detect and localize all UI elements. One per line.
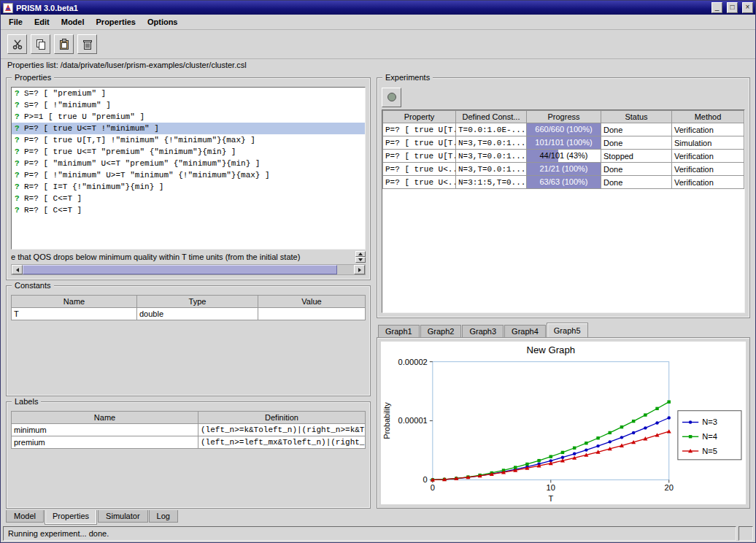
table-cell: minimum: [12, 424, 198, 436]
property-item[interactable]: ?R=? [ C<=T ]: [12, 204, 365, 216]
experiment-constants: N=3,T=0.0:1...: [456, 163, 527, 176]
left-column: Properties ?S=? [ "premium" ]?S=? [ !"mi…: [6, 77, 371, 509]
graph-tab-graph5[interactable]: Graph5: [547, 323, 588, 337]
labels-group-title: Labels: [12, 397, 41, 406]
status-corner: [738, 526, 753, 541]
table-cell: premium: [12, 436, 198, 449]
property-item[interactable]: ?P=? [ true U<=T "premium" {"minimum"}{m…: [12, 146, 365, 158]
spinner-up-button[interactable]: [355, 251, 366, 257]
property-item[interactable]: ?P>=1 [ true U "premium" ]: [12, 111, 365, 123]
comment-spinner: [355, 251, 366, 263]
line-chart: New Graph0102000.000010.00002TProbabilit…: [381, 342, 746, 504]
experiment-progress: 44/101 (43%): [527, 150, 601, 163]
main-tab-model[interactable]: Model: [6, 510, 44, 523]
svg-text:0.00002: 0.00002: [398, 358, 428, 366]
experiment-row[interactable]: P=? [ true U<...N=3:1:5,T=0...63/63 (100…: [383, 176, 744, 189]
svg-text:New Graph: New Graph: [527, 344, 576, 355]
property-item[interactable]: ?S=? [ !"minimum" ]: [12, 99, 365, 111]
copy-button[interactable]: [31, 34, 50, 54]
property-item[interactable]: ?P=? [ true U<=T !"minimum" ]: [12, 123, 365, 134]
experiment-row[interactable]: P=? [ true U[T...T=0.0:1.0E-...660/660 (…: [383, 123, 744, 136]
graph-panel: New Graph0102000.000010.00002TProbabilit…: [377, 337, 750, 509]
property-item[interactable]: ?P=? [ true U[T,T] !"minimum" {!"minimum…: [12, 134, 365, 146]
graph-tab-graph1[interactable]: Graph1: [378, 325, 420, 337]
column-header: Defined Const...: [456, 111, 527, 123]
main-toolbar: [1, 30, 755, 59]
menu-properties[interactable]: Properties: [90, 15, 142, 28]
experiment-constants: T=0.0:1.0E-...: [456, 123, 527, 136]
table-row[interactable]: Tdouble: [12, 308, 366, 320]
main-tab-log[interactable]: Log: [149, 510, 178, 523]
experiment-property: P=? [ true U[T...: [383, 123, 456, 136]
experiment-property: P=? [ true U[T...: [383, 136, 456, 150]
menu-bar: FileEditModelPropertiesOptions: [1, 15, 755, 30]
minimize-button[interactable]: _: [711, 2, 722, 13]
graph-tab-graph3[interactable]: Graph3: [462, 325, 504, 337]
menu-file[interactable]: File: [3, 15, 28, 28]
experiment-constants: N=3,T=0.0:1...: [456, 136, 527, 150]
menu-options[interactable]: Options: [142, 15, 184, 28]
table-row[interactable]: minimum(left_n>=k&Toleft_n)|(right_n>=k&…: [12, 424, 366, 436]
labels-groupbox: Labels NameDefinitionminimum(left_n>=k&T…: [6, 401, 371, 509]
menu-edit[interactable]: Edit: [28, 15, 55, 28]
table-cell: (left_n>=left_mx&Toleft_n)|(right_n>=r..…: [198, 436, 366, 449]
svg-text:0: 0: [431, 483, 435, 492]
properties-list: ?S=? [ "premium" ]?S=? [ !"minimum" ]?P>…: [11, 87, 366, 250]
table-cell: double: [137, 308, 258, 320]
experiments-group-title: Experiments: [382, 73, 433, 82]
table-row[interactable]: premium(left_n>=left_mx&Toleft_n)|(right…: [12, 436, 366, 449]
svg-text:T: T: [548, 494, 553, 503]
experiment-row[interactable]: P=? [ true U[T...N=3,T=0.0:1...101/101 (…: [383, 136, 744, 150]
question-mark-icon: ?: [15, 147, 20, 156]
svg-text:N=3: N=3: [702, 418, 717, 427]
property-text: R=? [ I=T {!"minimum"}{min} ]: [24, 182, 163, 191]
property-item[interactable]: ?P=? [ !"minimum" U>=T "minimum" {!"mini…: [12, 169, 365, 181]
property-text: R=? [ C<=T ]: [24, 206, 82, 215]
scrollbar-track[interactable]: [23, 265, 354, 274]
experiment-status: Done: [601, 176, 672, 189]
maximize-button[interactable]: □: [727, 2, 738, 13]
property-comment: e that QOS drops below minimum quality w…: [11, 251, 354, 263]
menu-model[interactable]: Model: [55, 15, 90, 28]
property-text: P>=1 [ true U "premium" ]: [24, 112, 144, 121]
properties-group-title: Properties: [12, 73, 54, 82]
triangle-right-icon: [358, 268, 361, 272]
cut-button[interactable]: [7, 34, 27, 54]
property-item[interactable]: ?P=? [ "minimum" U<=T "premium" {"minimu…: [12, 158, 365, 169]
main-tab-properties[interactable]: Properties: [45, 510, 97, 525]
spinner-down-button[interactable]: [355, 257, 366, 263]
stop-experiment-button[interactable]: [382, 88, 401, 107]
table-cell: (left_n>=k&Toleft_n)|(right_n>=k&Tori...: [198, 424, 366, 436]
experiment-row[interactable]: P=? [ true U[T...N=3,T=0.0:1...44/101 (4…: [383, 150, 744, 163]
main-tab-simulator[interactable]: Simulator: [98, 510, 147, 523]
scroll-right-button[interactable]: [354, 265, 365, 274]
close-button[interactable]: ×: [742, 2, 753, 13]
experiments-groupbox: Experiments PropertyDefined Const...Prog…: [377, 77, 750, 318]
question-mark-icon: ?: [15, 112, 20, 121]
experiment-row[interactable]: P=? [ true U<...N=3,T=0.0:1...21/21 (100…: [383, 163, 744, 176]
graph-tab-graph2[interactable]: Graph2: [420, 325, 462, 337]
delete-button[interactable]: [77, 34, 97, 54]
paste-icon: [58, 39, 70, 50]
properties-groupbox: Properties ?S=? [ "premium" ]?S=? [ !"mi…: [6, 77, 371, 280]
property-item[interactable]: ?S=? [ "premium" ]: [12, 88, 365, 99]
scroll-left-button[interactable]: [12, 265, 23, 274]
experiment-progress: 21/21 (100%): [527, 163, 601, 176]
property-item[interactable]: ?R=? [ I=T {!"minimum"}{min} ]: [12, 181, 365, 193]
property-item[interactable]: ?R=? [ C<=T ]: [12, 193, 365, 204]
question-mark-icon: ?: [15, 194, 20, 203]
experiment-status: Done: [601, 136, 672, 150]
title-bar[interactable]: PRISM 3.0.beta1 _ □ ×: [1, 1, 755, 15]
graph-tab-graph4[interactable]: Graph4: [504, 325, 546, 337]
column-header: Value: [258, 296, 366, 308]
experiment-property: P=? [ true U<...: [383, 176, 456, 189]
column-header: Status: [601, 111, 672, 123]
progress-text: 660/660 (100%): [527, 123, 601, 136]
experiment-property: P=? [ true U<...: [383, 163, 456, 176]
property-text: R=? [ C<=T ]: [24, 194, 82, 203]
paste-button[interactable]: [54, 34, 74, 54]
experiment-status: Done: [601, 123, 672, 136]
property-comment-row: e that QOS drops below minimum quality w…: [11, 251, 366, 263]
experiment-status: Stopped: [601, 150, 672, 163]
scrollbar-thumb[interactable]: [23, 265, 337, 274]
